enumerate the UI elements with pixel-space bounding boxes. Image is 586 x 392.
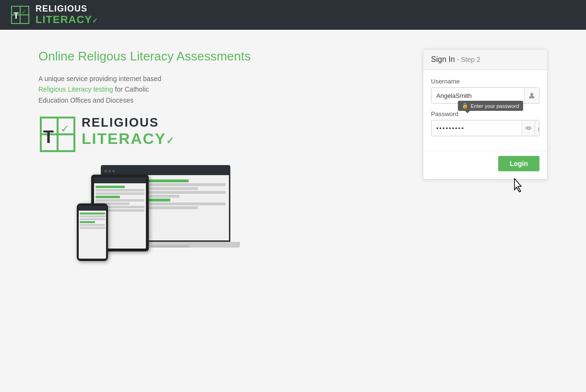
user-icon (524, 88, 539, 103)
logo-religious-text: RELIGIOUS (36, 4, 98, 14)
password-icons (522, 120, 539, 136)
login-card: Sign In - Step 2 Username (423, 49, 548, 179)
login-header: Sign In - Step 2 (423, 49, 547, 70)
login-button[interactable]: Login (498, 156, 539, 171)
svg-point-13 (527, 127, 529, 129)
device-mockup (77, 165, 240, 261)
brand-text: RELIGIOUS LITERACY✓ (82, 115, 175, 148)
header: T ✓ RELIGIOUS LITERACY✓ (0, 0, 586, 30)
password-input-wrapper (431, 120, 539, 136)
eye-icon[interactable] (522, 120, 535, 136)
password-tooltip: 🔒 Enter your password (458, 101, 523, 111)
main-content: Online Religous Literacy Assessments A u… (0, 30, 586, 280)
brand-logo: T ✓ (38, 115, 77, 155)
username-group: Username (431, 78, 539, 104)
logo-literacy-text: LITERACY✓ (36, 14, 98, 25)
left-section: Online Religous Literacy Assessments A u… (38, 49, 404, 261)
brand-logo-icon: T ✓ (38, 115, 77, 154)
lock-icon[interactable] (535, 120, 539, 136)
description-link[interactable]: Religious Literacy testing (38, 85, 113, 93)
svg-text:T: T (13, 11, 19, 21)
svg-rect-14 (538, 128, 539, 131)
username-label: Username (431, 78, 539, 85)
logo-icon: T ✓ (10, 4, 31, 25)
description: A unique service providing internet base… (38, 73, 192, 106)
logo-text: RELIGIOUS LITERACY✓ (36, 4, 98, 25)
password-input[interactable] (431, 121, 522, 135)
logo: T ✓ RELIGIOUS LITERACY✓ (10, 4, 98, 25)
svg-text:✓: ✓ (60, 123, 69, 135)
tooltip-lock-icon: 🔒 (462, 103, 468, 109)
brand-literacy: LITERACY✓ (82, 130, 175, 148)
phone-mockup (77, 203, 108, 261)
brand-religious: RELIGIOUS (82, 115, 175, 130)
password-label: Password 🔒 Enter your password (431, 110, 539, 118)
page-title: Online Religous Literacy Assessments (38, 49, 404, 64)
password-group: Password 🔒 Enter your password (431, 110, 539, 136)
svg-text:✓: ✓ (22, 9, 26, 15)
login-title: Sign In - Step 2 (431, 55, 480, 63)
login-footer: Login (423, 151, 547, 179)
svg-text:T: T (43, 127, 54, 147)
login-body: Username Password (423, 70, 547, 151)
svg-point-12 (530, 93, 533, 96)
